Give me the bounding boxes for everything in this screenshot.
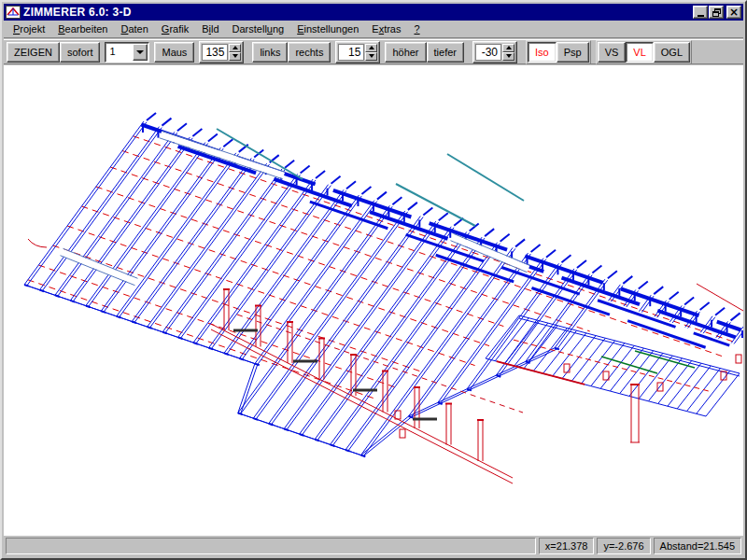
sofort-button[interactable]: sofort: [60, 42, 101, 63]
status-x-coordinate: x=21.378: [539, 538, 595, 554]
menu-item-einstellungen[interactable]: Einstellungen: [290, 21, 365, 36]
vs-toggle-button[interactable]: VS: [598, 42, 627, 63]
toolbar: ZEIGEN sofort 1 Maus 135 links rechts 15: [4, 39, 743, 64]
elevation-spinner: 15: [335, 41, 380, 63]
zeigen-button[interactable]: ZEIGEN: [7, 42, 60, 63]
elevation-spin-down-button[interactable]: [365, 52, 377, 61]
links-button[interactable]: links: [252, 42, 288, 63]
close-icon: ×: [729, 7, 739, 17]
menu-item-projekt[interactable]: Projekt: [7, 21, 51, 36]
close-button[interactable]: ×: [726, 6, 741, 19]
projection-group: Iso Psp: [526, 40, 591, 64]
menu-item-grafik[interactable]: Grafik: [155, 21, 195, 36]
app-window: ZIMMERER 6.0: 3-D × ProjektBearbeitenDat…: [0, 0, 747, 560]
spin-down-icon: [506, 54, 512, 58]
status-y-coordinate: y=-2.676: [597, 538, 650, 554]
combobox-value: 1: [106, 43, 132, 62]
menu-item-bearbeiten[interactable]: Bearbeiten: [51, 21, 114, 36]
tilt-spin-down-button[interactable]: [502, 52, 514, 61]
status-message-panel: [6, 538, 536, 554]
spin-up-icon: [369, 46, 374, 49]
spin-down-icon: [369, 54, 374, 58]
ogl-toggle-button[interactable]: OGL: [654, 42, 690, 63]
hoeher-button[interactable]: höher: [385, 42, 426, 63]
tilt-value[interactable]: -30: [475, 44, 501, 61]
spin-up-icon: [506, 46, 512, 49]
chevron-down-icon: [136, 50, 144, 54]
menu-item-daten[interactable]: Daten: [114, 21, 154, 36]
rotation-spinner: 135: [199, 41, 244, 63]
psp-toggle-button[interactable]: Psp: [557, 42, 589, 63]
rechts-button[interactable]: rechts: [288, 42, 331, 63]
elevation-value[interactable]: 15: [338, 44, 364, 61]
minimize-icon: [698, 15, 704, 17]
drawing-canvas[interactable]: [4, 65, 743, 536]
window-title: ZIMMERER 6.0: 3-D: [23, 4, 692, 21]
status-abstand: Abstand=21.545: [654, 538, 741, 554]
menu-item-bild[interactable]: Bild: [195, 21, 225, 36]
combobox-dropdown-button[interactable]: [133, 44, 148, 61]
menu-item-extras[interactable]: Extras: [365, 21, 407, 36]
menu-item-darstellung[interactable]: Darstellung: [226, 21, 291, 36]
vl-toggle-button[interactable]: VL: [626, 42, 653, 63]
status-bar: x=21.378 y=-2.676 Abstand=21.545: [4, 536, 743, 556]
restore-button[interactable]: [709, 6, 724, 19]
elevation-spin-up-button[interactable]: [365, 44, 377, 52]
spin-up-icon: [233, 46, 238, 49]
roof-wireframe: [4, 65, 743, 536]
tilt-spinner: -30: [472, 41, 517, 63]
spin-down-icon: [233, 54, 238, 58]
tilt-spin-up-button[interactable]: [502, 44, 514, 52]
restore-icon: [712, 8, 721, 17]
title-bar[interactable]: ZIMMERER 6.0: 3-D ×: [4, 4, 743, 21]
minimize-button[interactable]: [693, 6, 708, 19]
rotation-value[interactable]: 135: [202, 44, 228, 61]
menu-item-help[interactable]: ?: [407, 21, 426, 36]
tiefer-button[interactable]: tiefer: [427, 42, 464, 63]
app-icon: [6, 6, 21, 19]
rotation-spin-down-button[interactable]: [229, 52, 241, 61]
render-mode-group: VS VL OGL: [596, 40, 692, 64]
menu-bar: ProjektBearbeitenDatenGrafikBildDarstell…: [4, 21, 743, 38]
rotation-spin-up-button[interactable]: [229, 44, 241, 52]
iso-toggle-button[interactable]: Iso: [528, 42, 557, 63]
maus-button[interactable]: Maus: [154, 42, 194, 63]
view-number-combobox[interactable]: 1: [105, 42, 149, 63]
